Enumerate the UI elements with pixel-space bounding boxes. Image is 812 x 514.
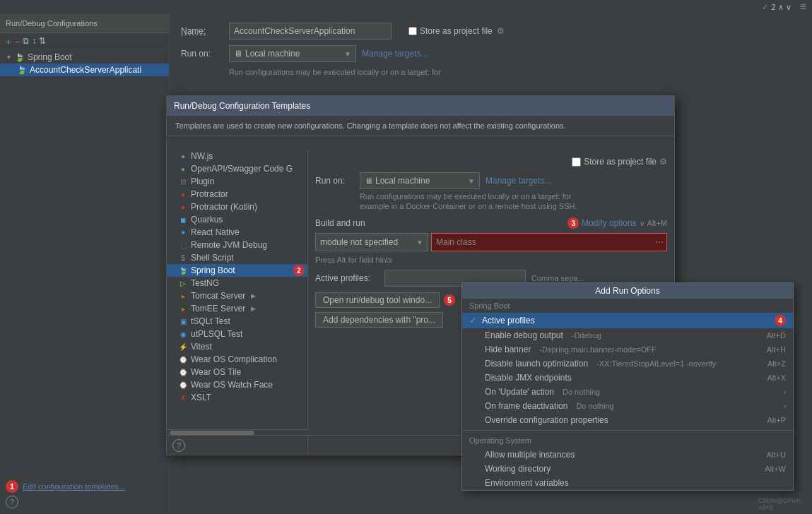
step5-badge: 5 <box>444 294 455 306</box>
frame-deact-arrow: › <box>784 402 786 410</box>
tomcat-arrow: ▶ <box>251 292 256 299</box>
settings-icon[interactable]: ⚙ <box>497 26 505 36</box>
list-item-plugin[interactable]: ⊡ Plugin <box>167 175 307 188</box>
spring-boot-label: Spring Boot <box>28 52 72 62</box>
module-dropdown[interactable]: module not specified ▼ <box>315 233 428 251</box>
step1-badge: 1 <box>6 480 18 493</box>
list-item-wear-complication[interactable]: ⌚ Wear OS Complication <box>167 353 307 366</box>
tomee-icon: ▸ <box>178 304 188 313</box>
list-item-xslt[interactable]: ✗ XSLT <box>167 391 307 404</box>
list-item-utplsql[interactable]: ◉ utPLSQL Test <box>167 328 307 340</box>
list-item-react-native[interactable]: ⁕ React Native <box>167 226 307 239</box>
aro-os-section: Operating System <box>462 434 793 448</box>
copy-btn[interactable]: ⧉ <box>23 36 29 47</box>
help-btn-sidebar[interactable]: ? <box>6 496 18 508</box>
list-item-wear-tile[interactable]: ⌚ Wear OS Tile <box>167 366 307 378</box>
list-item-tomcat[interactable]: ▸ Tomcat Server ▶ <box>167 289 307 302</box>
list-item-tomee[interactable]: ▸ TomEE Server ▶ <box>167 302 307 315</box>
list-item-tsqlt[interactable]: ▣ tSQLt Test <box>167 315 307 328</box>
disable-launch-text: Disable launch optimization <box>485 359 588 369</box>
edit-config-link[interactable]: Edit configuration templates... <box>23 482 125 491</box>
aro-item-disable-jmx[interactable]: Disable JMX endpoints Alt+X <box>462 371 793 385</box>
aro-item-working-dir[interactable]: Working directory Alt+W <box>462 462 793 476</box>
env-vars-text: Environment variables <box>485 478 569 488</box>
run-on-icon: 🖥 <box>234 49 242 59</box>
aro-item-frame-deactivation[interactable]: On frame deactivation Do nothing › <box>462 399 793 413</box>
move-btn[interactable]: ↕ <box>32 36 36 47</box>
aro-item-active-profiles[interactable]: ✓ Active profiles 4 <box>462 313 793 328</box>
sidebar-section-label: Run/Debug Configurations <box>6 19 98 28</box>
module-value: module not specified <box>320 237 398 247</box>
aro-item-update-action[interactable]: On 'Update' action Do nothing › <box>462 385 793 399</box>
run-on-value2: Local machine <box>375 176 468 186</box>
aro-item-disable-launch[interactable]: Disable launch optimization -XX:TieredSt… <box>462 357 793 371</box>
add-btn[interactable]: + <box>6 36 11 47</box>
list-item-protractor[interactable]: ● Protractor <box>167 188 307 201</box>
tree-account-check[interactable]: 🍃 AccountCheckServerApplicati <box>0 64 169 76</box>
list-item-nwjs[interactable]: ● NW.js <box>167 150 307 162</box>
main-class-field[interactable]: Main class ⋯ <box>431 233 667 251</box>
store-checkbox[interactable] <box>408 27 417 35</box>
aro-divider <box>462 430 793 431</box>
list-item-quarkus[interactable]: ◼ Quarkus <box>167 213 307 226</box>
sort-btn[interactable]: ⇅ <box>39 36 46 47</box>
testng-icon: ▷ <box>178 278 188 288</box>
list-item-wear-face[interactable]: ⌚ Wear OS Watch Face <box>167 378 307 391</box>
vitest-icon: ⚡ <box>178 342 188 352</box>
checkmark-icon: ✓ <box>469 316 476 325</box>
list-item-vitest[interactable]: ⚡ Vitest <box>167 340 307 353</box>
remove-btn[interactable]: − <box>14 36 20 47</box>
aro-item-hide-banner[interactable]: Hide banner -Dspring.main.banner-mode=OF… <box>462 342 793 357</box>
add-deps-btn[interactable]: Add dependencies with "pro... <box>315 312 443 328</box>
list-item-openapi[interactable]: ● OpenAPI/Swagger Code G <box>167 162 307 175</box>
store-project-checkbox[interactable] <box>572 157 581 167</box>
protractor-icon: ● <box>178 189 188 199</box>
main-dialog-desc: Templates are used to create new configu… <box>167 116 674 136</box>
list-scrollbar[interactable] <box>167 429 308 435</box>
active-profiles-label: Active profiles: <box>315 273 379 283</box>
override-config-text: Override configuration properties <box>485 415 608 425</box>
name-row: Name: Store as project file ⚙ <box>181 23 801 40</box>
active-profiles-text: Active profiles <box>482 316 535 325</box>
help-btn-main[interactable]: ? <box>172 439 185 452</box>
xslt-icon: ✗ <box>178 393 188 402</box>
dropdown-arrow: ▼ <box>344 50 351 58</box>
manage-targets-btn2[interactable]: Manage targets... <box>486 176 551 186</box>
run-helper2: example in a Docker Container or on a re… <box>360 202 667 210</box>
list-item-protractor-kotlin[interactable]: ● Protractor (Kotlin) <box>167 201 307 213</box>
list-item-spring-boot[interactable]: 🍃 Spring Boot 2 <box>167 264 307 277</box>
main-dialog-titlebar: Run/Debug Configuration Templates <box>167 96 674 116</box>
tsqlt-icon: ▣ <box>178 316 188 326</box>
tree-spring-boot[interactable]: ▼ 🍃 Spring Boot <box>0 51 169 64</box>
store-project-label: Store as project file <box>584 157 657 167</box>
aro-title: Add Run Options <box>462 283 793 299</box>
name-input[interactable] <box>229 23 392 40</box>
run-helper1: Run configurations may be executed local… <box>360 192 667 201</box>
update-action-arrow: › <box>784 388 786 396</box>
topbar-label: ✓ 2 ∧ ∨ <box>762 3 791 12</box>
list-item-remote-jvm[interactable]: ⬚ Remote JVM Debug <box>167 239 307 251</box>
open-run-debug-btn[interactable]: Open run/debug tool windo... <box>315 292 440 308</box>
aro-item-debug-output[interactable]: Enable debug output -Ddebug Alt+D <box>462 328 793 342</box>
working-dir-shortcut: Alt+W <box>765 465 786 473</box>
run-on-dropdown[interactable]: 🖥 Local machine ▼ <box>229 45 356 62</box>
aro-item-env-vars[interactable]: Environment variables <box>462 476 793 490</box>
manage-targets-btn[interactable]: Manage targets... <box>362 49 428 59</box>
list-item-testng[interactable]: ▷ TestNG <box>167 277 307 289</box>
disable-jmx-shortcut: Alt+X <box>767 373 786 382</box>
modify-options-btn[interactable]: Modify options <box>582 218 636 228</box>
aro-item-override-config[interactable]: Override configuration properties Alt+P <box>462 413 793 427</box>
store-label: Store as project file <box>420 26 493 36</box>
list-item-shell[interactable]: $ Shell Script <box>167 251 307 264</box>
shell-icon: $ <box>178 253 188 263</box>
run-on-label2: Run on: <box>315 176 354 186</box>
main-class-browse-icon[interactable]: ⋯ <box>655 237 664 247</box>
tomcat-icon: ▸ <box>178 291 188 301</box>
step2-badge: 2 <box>293 265 305 276</box>
ide-sidebar: Run/Debug Configurations + − ⧉ ↕ ⇅ ▼ 🍃 S… <box>0 14 170 514</box>
modify-shortcut: Alt+M <box>647 219 667 227</box>
run-on-dropdown2[interactable]: 🖥 Local machine ▼ <box>360 172 480 189</box>
store-settings-icon[interactable]: ⚙ <box>659 157 667 167</box>
aro-item-allow-multiple[interactable]: Allow multiple instances Alt+U <box>462 448 793 462</box>
debug-shortcut: Alt+D <box>767 331 786 340</box>
